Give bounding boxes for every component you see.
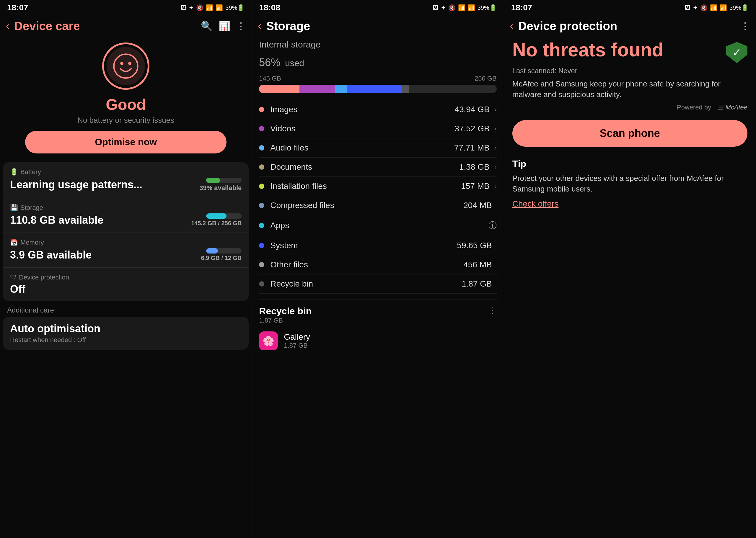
- dot-system: [259, 243, 264, 248]
- status-time-1: 18:07: [7, 3, 29, 12]
- mute-icon-3: 🔇: [700, 4, 708, 11]
- svg-point-2: [128, 62, 132, 65]
- storage-row-audio[interactable]: Audio files 77.71 MB ›: [259, 138, 496, 158]
- storage-row-recycle-list[interactable]: Recycle bin 1.87 GB: [259, 274, 496, 294]
- smiley-emoji: [107, 47, 145, 85]
- gallery-app-icon: 🌸: [259, 331, 278, 350]
- battery-label: 🔋 Battery: [10, 168, 242, 176]
- storage-right: 145.2 GB / 256 GB: [191, 213, 242, 227]
- recycle-menu-icon[interactable]: ⋮: [489, 306, 497, 315]
- back-button-1[interactable]: ‹: [6, 20, 10, 32]
- auto-opt-section[interactable]: Auto optimisation Restart when needed : …: [3, 317, 249, 350]
- storage-row-install[interactable]: Installation files 157 MB ›: [259, 177, 496, 196]
- storage-row-system[interactable]: System 59.65 GB: [259, 236, 496, 255]
- info-icon-apps[interactable]: ⓘ: [489, 220, 497, 231]
- storage-name-apps: Apps: [270, 221, 488, 230]
- chart-icon-1[interactable]: 📊: [218, 20, 230, 31]
- storage-row-other[interactable]: Other files 456 MB: [259, 255, 496, 274]
- storage-size-images: 43.94 GB: [454, 105, 489, 114]
- dot-images: [259, 107, 264, 112]
- dot-apps: [259, 223, 264, 228]
- storage-row-images[interactable]: Images 43.94 GB ›: [259, 100, 496, 119]
- back-button-3[interactable]: ‹: [510, 20, 513, 32]
- back-button-2[interactable]: ‹: [258, 20, 262, 32]
- storage-name-other: Other files: [270, 260, 463, 269]
- additional-care-label: Additional care: [0, 301, 252, 317]
- tip-title: Tip: [512, 158, 747, 169]
- battery-card[interactable]: 🔋 Battery Learning usage patterns... 39%…: [3, 162, 249, 198]
- arrow-videos: ›: [494, 125, 497, 133]
- storage-row-videos[interactable]: Videos 37.52 GB ›: [259, 119, 496, 138]
- smiley-circle: [102, 42, 149, 90]
- bluetooth-icon-3: ✦: [693, 4, 698, 11]
- gallery-item[interactable]: 🌸 Gallery 1.87 GB: [259, 327, 496, 355]
- storage-row-compressed[interactable]: Compressed files 204 MB: [259, 196, 496, 215]
- dot-other: [259, 262, 264, 267]
- threats-header: No threats found ✓: [512, 39, 747, 63]
- battery-pct: 39% available: [199, 184, 242, 192]
- storage-row-docs[interactable]: Documents 1.38 GB ›: [259, 158, 496, 177]
- last-scanned: Last scanned: Never: [512, 67, 747, 75]
- dot-install: [259, 184, 264, 189]
- storage-name-audio: Audio files: [270, 143, 454, 153]
- signal-icon-2: 📶: [468, 4, 475, 11]
- status-bar-3: 18:07 🖼 ✦ 🔇 📶 📶 39%🔋: [504, 0, 756, 15]
- battery-label-icon: 🔋: [10, 168, 18, 176]
- page-title-1: Device care: [14, 20, 196, 33]
- battery-icon-2: 39%🔋: [478, 4, 497, 11]
- nav-actions-1: 🔍 📊 ⋮: [201, 20, 246, 31]
- bluetooth-icon-2: ✦: [441, 4, 446, 11]
- shield-check-icon: ✓: [726, 42, 747, 63]
- smiley-svg: [112, 53, 139, 80]
- storage-row-apps[interactable]: Apps ⓘ: [259, 215, 496, 236]
- search-icon-1[interactable]: 🔍: [201, 20, 213, 31]
- mcafee-logo: ☰ McAfee: [718, 104, 747, 111]
- recycle-bin-section: Recycle bin 1.87 GB ⋮ 🌸 Gallery 1.87 GB: [259, 299, 496, 355]
- mute-icon: 🔇: [196, 4, 204, 11]
- storage-size-system: 59.65 GB: [457, 241, 492, 250]
- scan-phone-button[interactable]: Scan phone: [512, 120, 747, 147]
- memory-label: 📅 Memory: [10, 239, 242, 246]
- recycle-header: Recycle bin 1.87 GB ⋮: [259, 306, 496, 324]
- wifi-icon-2: 📶: [458, 4, 465, 11]
- storage-list: Images 43.94 GB › Videos 37.52 GB › Audi…: [259, 100, 496, 294]
- dot-videos: [259, 126, 264, 131]
- signal-icon: 📶: [215, 4, 223, 11]
- gallery-icon-status-3: 🖼: [684, 4, 690, 11]
- memory-card[interactable]: 📅 Memory 3.9 GB available 6.9 GB / 12 GB: [3, 233, 249, 268]
- storage-name-system: System: [270, 241, 457, 250]
- more-icon-1[interactable]: ⋮: [236, 20, 246, 31]
- smiley-section: Good No battery or security issues Optim…: [0, 36, 252, 162]
- memory-right: 6.9 GB / 12 GB: [201, 248, 242, 261]
- check-offers-link[interactable]: Check offers: [512, 199, 559, 208]
- optimise-button[interactable]: Optimise now: [25, 131, 226, 153]
- gallery-icon-status-2: 🖼: [433, 4, 438, 11]
- auto-opt-sub: Restart when needed : Off: [10, 336, 242, 344]
- storage-value: 110.8 GB available 145.2 GB / 256 GB: [10, 213, 242, 227]
- bar-system: [347, 85, 402, 93]
- memory-fill: [206, 248, 218, 253]
- storage-content: Internal storage 56% used 145 GB 256 GB …: [252, 36, 503, 538]
- cards-section: 🔋 Battery Learning usage patterns... 39%…: [3, 162, 249, 301]
- gallery-name: Gallery: [284, 332, 310, 342]
- storage-bar: [259, 85, 496, 93]
- recycle-bin-title: Recycle bin: [259, 306, 312, 317]
- storage-percent: 56% used: [259, 51, 496, 70]
- storage-label-icon: 💾: [10, 204, 18, 212]
- storage-progress: [206, 213, 242, 219]
- more-icon-3[interactable]: ⋮: [740, 20, 750, 31]
- protection-card[interactable]: 🛡 Device protection Off: [3, 268, 249, 301]
- battery-icon-3: 39%🔋: [729, 4, 749, 11]
- arrow-images: ›: [494, 105, 497, 114]
- signal-icon-3: 📶: [720, 4, 727, 11]
- nav-bar-1: ‹ Device care 🔍 📊 ⋮: [0, 15, 252, 36]
- storage-name-recycle-list: Recycle bin: [270, 279, 462, 289]
- dot-compressed: [259, 203, 264, 208]
- storage-card[interactable]: 💾 Storage 110.8 GB available 145.2 GB / …: [3, 198, 249, 233]
- status-time-3: 18:07: [511, 3, 533, 12]
- bar-videos: [299, 85, 335, 93]
- storage-size-compressed: 204 MB: [463, 201, 492, 210]
- storage-name-compressed: Compressed files: [270, 201, 463, 210]
- storage-size-audio: 77.71 MB: [454, 143, 490, 153]
- storage-name-images: Images: [270, 105, 454, 114]
